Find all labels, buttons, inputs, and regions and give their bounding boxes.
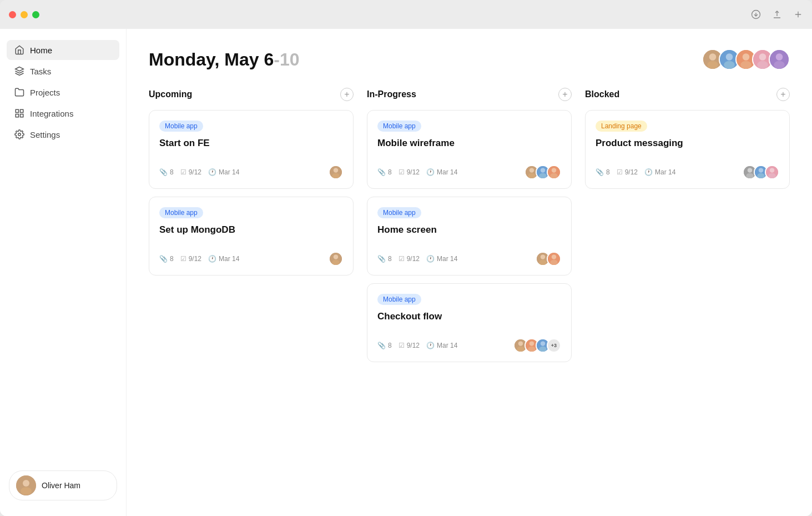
close-button[interactable]: [9, 11, 16, 18]
card-footer: 📎 8 ☑ 9/12 🕐 Mar 14: [377, 338, 561, 353]
collaborator-avatar: [769, 49, 790, 70]
svg-point-65: [770, 168, 774, 172]
user-profile[interactable]: Oliver Ham: [9, 470, 117, 500]
svg-point-47: [552, 255, 556, 259]
add-blocked-button[interactable]: +: [776, 88, 790, 101]
card-mobile-wireframe[interactable]: Mobile app Mobile wireframe 📎 8 ☑ 9/: [367, 110, 572, 189]
card-home-screen[interactable]: Mobile app Home screen 📎 8 ☑ 9/12: [367, 197, 572, 275]
card-footer: 📎 8 ☑ 9/12 🕐 Mar 14: [377, 165, 561, 179]
column-header-in-progress: In-Progress +: [367, 88, 572, 101]
card-title: Checkout flow: [377, 310, 561, 323]
attachment-icon: 📎: [159, 168, 168, 176]
card-avatar: [547, 165, 561, 179]
column-title-blocked: Blocked: [585, 89, 619, 99]
clock-icon: 🕐: [208, 168, 216, 176]
svg-point-12: [21, 487, 32, 495]
add-upcoming-button[interactable]: +: [340, 88, 354, 101]
due-date: 🕐 Mar 14: [426, 255, 457, 263]
card-set-up-mongodb[interactable]: Mobile app Set up MongoDB 📎 8 ☑ 9/12: [149, 197, 354, 275]
svg-point-26: [776, 53, 783, 61]
attachment-count: 📎 8: [377, 342, 392, 349]
sidebar-item-projects[interactable]: Projects: [7, 82, 119, 102]
minimize-button[interactable]: [21, 11, 28, 18]
attachment-count: 📎 8: [159, 255, 174, 263]
attachment-icon: 📎: [159, 255, 168, 263]
column-header-blocked: Blocked +: [585, 88, 790, 101]
sidebar-item-integrations-label: Integrations: [30, 109, 73, 118]
card-footer: 📎 8 ☑ 9/12 🕐 Mar 14: [159, 252, 343, 266]
svg-point-9: [18, 133, 21, 136]
attachment-icon: 📎: [377, 342, 386, 349]
card-avatars: [743, 165, 779, 179]
checkbox-icon: ☑: [180, 168, 186, 176]
card-footer: 📎 8 ☑ 9/12 🕐 Mar 14: [159, 165, 343, 179]
svg-point-33: [332, 260, 340, 265]
card-meta: 📎 8 ☑ 9/12 🕐 Mar 14: [377, 342, 457, 349]
svg-point-60: [746, 173, 754, 179]
svg-point-38: [541, 168, 545, 172]
user-name: Oliver Ham: [42, 481, 80, 490]
card-tag: Mobile app: [159, 121, 203, 132]
svg-point-15: [707, 61, 718, 69]
svg-point-66: [768, 173, 776, 179]
card-checkout-flow[interactable]: Mobile app Checkout flow 📎 8 ☑ 9/12: [367, 283, 572, 362]
attachment-count: 📎 8: [596, 168, 610, 176]
add-in-progress-button[interactable]: +: [558, 88, 572, 101]
svg-point-62: [759, 168, 763, 172]
sidebar-item-tasks[interactable]: Tasks: [7, 61, 119, 81]
card-start-on-fe[interactable]: Mobile app Start on FE 📎 8 ☑ 9/12: [149, 110, 354, 189]
svg-point-48: [550, 260, 558, 265]
svg-point-63: [757, 173, 765, 179]
sidebar-item-home-label: Home: [30, 46, 52, 55]
app-window: Home Tasks: [0, 0, 812, 516]
column-blocked: Blocked + Landing page Product messaging…: [585, 88, 790, 197]
card-product-messaging[interactable]: Landing page Product messaging 📎 8 ☑: [585, 110, 790, 189]
sidebar: Home Tasks: [0, 29, 127, 516]
card-footer: 📎 8 ☑ 9/12 🕐 Mar 14: [377, 252, 561, 266]
due-date: 🕐 Mar 14: [644, 168, 675, 176]
card-avatar: [329, 252, 343, 266]
checkbox-icon: ☑: [399, 342, 405, 349]
upload-icon[interactable]: [772, 9, 782, 19]
titlebar: [0, 0, 812, 29]
card-avatar: [329, 165, 343, 179]
sidebar-item-settings[interactable]: Settings: [7, 124, 119, 144]
svg-point-44: [541, 255, 545, 259]
attachment-icon: 📎: [377, 255, 386, 263]
svg-point-29: [334, 168, 338, 172]
column-header-upcoming: Upcoming +: [149, 88, 354, 101]
attachment-icon: 📎: [377, 168, 386, 176]
svg-point-56: [541, 342, 545, 346]
projects-icon: [14, 87, 24, 97]
add-window-icon[interactable]: [793, 9, 803, 19]
card-meta: 📎 8 ☑ 9/12 🕐 Mar 14: [159, 168, 239, 176]
svg-point-14: [709, 53, 717, 61]
collaborators-list: [702, 49, 790, 70]
attachment-count: 📎 8: [159, 168, 174, 176]
app-body: Home Tasks: [0, 29, 812, 516]
svg-rect-5: [16, 109, 18, 112]
due-date: 🕐 Mar 14: [426, 342, 457, 349]
sidebar-item-home[interactable]: Home: [7, 40, 119, 60]
svg-point-17: [726, 53, 733, 61]
user-avatar: [16, 475, 36, 495]
card-avatars: [329, 165, 343, 179]
svg-point-50: [518, 342, 523, 346]
sidebar-item-integrations[interactable]: Integrations: [7, 103, 119, 123]
card-avatars: [329, 252, 343, 266]
maximize-button[interactable]: [32, 11, 39, 18]
kanban-board: Upcoming + Mobile app Start on FE 📎 8: [149, 88, 790, 370]
titlebar-actions: [751, 9, 803, 19]
card-title: Start on FE: [159, 137, 343, 149]
card-tag: Mobile app: [377, 294, 421, 305]
svg-point-35: [529, 168, 534, 172]
svg-rect-7: [16, 114, 18, 117]
sidebar-nav: Home Tasks: [7, 40, 119, 466]
download-icon[interactable]: [751, 9, 761, 19]
svg-point-24: [757, 61, 768, 69]
attachment-count: 📎 8: [377, 255, 392, 263]
checkbox-icon: ☑: [180, 255, 186, 263]
card-title: Home screen: [377, 224, 561, 236]
avatar-extra-count: +3: [547, 338, 561, 353]
page-title: Monday, May 6-10: [149, 49, 299, 70]
